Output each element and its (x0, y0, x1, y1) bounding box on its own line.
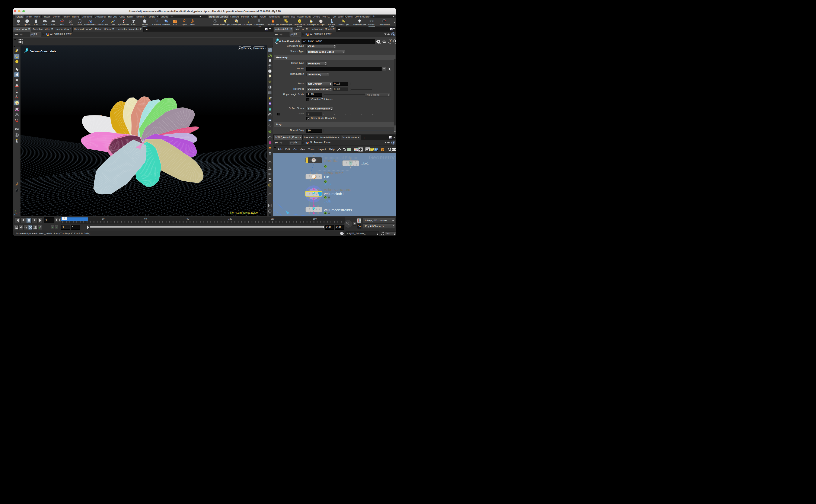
svg-text:180: 180 (313, 217, 317, 220)
svg-text:120: 120 (228, 217, 232, 220)
svg-text:$OS: $OS (324, 182, 331, 186)
svg-text:vellumconstraints1: vellumconstraints1 (324, 208, 354, 212)
svg-text:60: 60 (144, 217, 147, 220)
svg-text:z: z (14, 213, 15, 215)
svg-text:Vellum Constraints: Vellum Constraints (324, 188, 351, 191)
svg-text:Pin: Pin (324, 175, 329, 179)
svg-text:vellumcloth1: vellumcloth1 (324, 192, 344, 196)
svg-text:x: x (19, 212, 20, 214)
svg-text:timeshift2: timeshift2 (324, 159, 338, 162)
svg-text:30: 30 (102, 217, 105, 220)
svg-text:Geometry: Geometry (369, 154, 395, 161)
svg-text:90: 90 (187, 217, 189, 220)
svg-text:cloth: cloth (324, 200, 331, 203)
svg-text:tube1: tube1 (361, 162, 369, 165)
svg-text:y: y (15, 209, 16, 211)
svg-text:150: 150 (271, 217, 274, 220)
svg-text:Group Create: Group Create (324, 171, 343, 175)
